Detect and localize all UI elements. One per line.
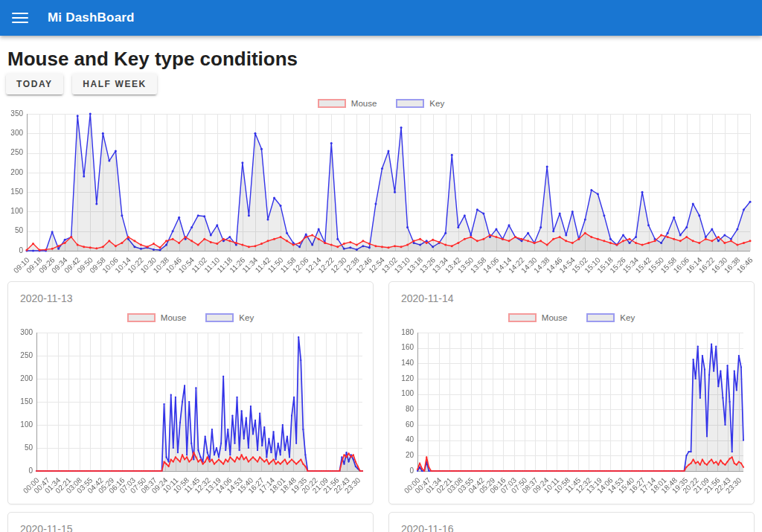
menu-icon[interactable] (12, 13, 28, 23)
mouse-legend-swatch (127, 313, 156, 322)
mouse-legend-label: Mouse (161, 313, 187, 322)
legend-item-key[interactable]: Key (586, 313, 635, 322)
key-legend-label: Key (239, 313, 254, 322)
legend-item-mouse[interactable]: Mouse (318, 99, 377, 108)
next-cards-row: 2020-11-15 2020-11-16 (7, 512, 755, 532)
card-2020-11-15: 2020-11-15 (7, 512, 374, 532)
mouse-legend-swatch (508, 313, 537, 322)
mouse-legend-label: Mouse (542, 313, 568, 322)
range-toolbar: TODAY HALF WEEK (6, 74, 762, 94)
main-chart-canvas (7, 109, 755, 278)
half-week-button[interactable]: HALF WEEK (72, 74, 157, 94)
legend-item-key[interactable]: Key (205, 313, 254, 322)
daily-cards-row: 2020-11-13 Mouse Key 2020-11-14 Mouse Ke… (7, 281, 755, 504)
key-legend-swatch (205, 313, 234, 322)
card-title: 2020-11-16 (389, 513, 754, 532)
day-chart-canvas-2020-11-14 (395, 328, 748, 504)
card-chart-legend: Mouse Key (389, 312, 754, 324)
card-title: 2020-11-13 (8, 282, 373, 304)
mouse-legend-swatch (318, 99, 346, 108)
legend-item-mouse[interactable]: Mouse (508, 313, 568, 322)
card-2020-11-16: 2020-11-16 (388, 512, 755, 532)
legend-item-mouse[interactable]: Mouse (127, 313, 187, 322)
today-button[interactable]: TODAY (6, 74, 63, 94)
main-chart-section: Mouse Key (7, 97, 755, 278)
card-2020-11-13: 2020-11-13 Mouse Key (7, 281, 374, 504)
app-title: Mi DashBoard (48, 10, 135, 25)
main-chart-legend: Mouse Key (7, 97, 755, 109)
key-legend-label: Key (620, 313, 635, 322)
key-legend-swatch (586, 313, 615, 322)
key-legend-label: Key (429, 99, 444, 108)
legend-item-key[interactable]: Key (396, 99, 444, 108)
key-legend-swatch (396, 99, 424, 108)
mouse-legend-label: Mouse (351, 99, 377, 108)
card-title: 2020-11-14 (389, 282, 754, 304)
card-2020-11-14: 2020-11-14 Mouse Key (388, 281, 755, 504)
app-bar: Mi DashBoard (0, 0, 762, 36)
card-title: 2020-11-15 (8, 513, 373, 532)
day-chart-canvas-2020-11-13 (14, 328, 367, 504)
card-chart-legend: Mouse Key (8, 312, 373, 324)
page-title: Mouse and Key type conditions (7, 48, 755, 71)
